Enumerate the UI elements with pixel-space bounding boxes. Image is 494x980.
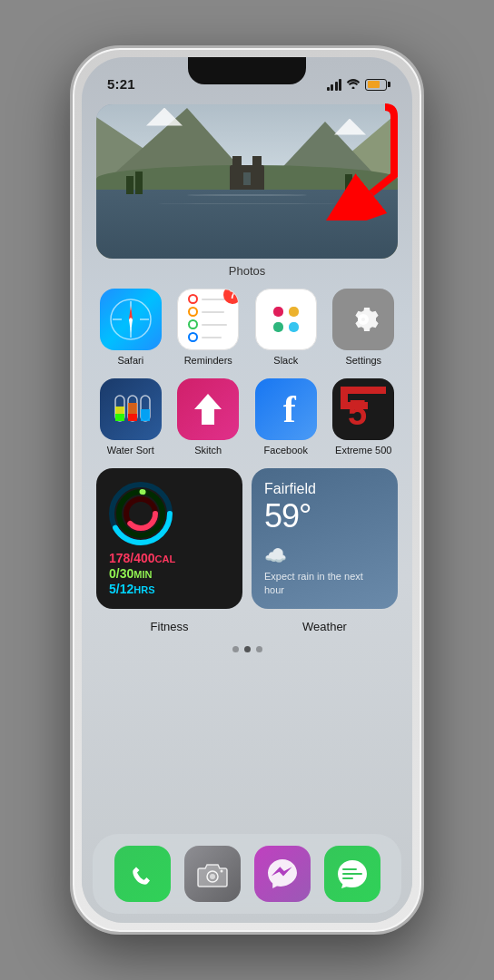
status-time: 5:21 bbox=[107, 76, 135, 92]
page-dot-2[interactable] bbox=[244, 646, 251, 652]
app-slack[interactable]: Slack bbox=[252, 289, 321, 366]
svg-rect-12 bbox=[289, 322, 299, 332]
dock bbox=[93, 834, 401, 914]
weather-widget-label: Weather bbox=[252, 620, 398, 633]
svg-rect-18 bbox=[128, 414, 137, 421]
photos-label: Photos bbox=[96, 264, 398, 278]
main-content: Photos bbox=[82, 97, 412, 923]
skitch-icon bbox=[177, 378, 239, 440]
facebook-label: Facebook bbox=[264, 445, 308, 456]
dock-phone-icon bbox=[114, 846, 171, 902]
signal-bars-icon bbox=[327, 79, 342, 91]
extreme500-label: Extreme 500 bbox=[335, 445, 391, 456]
photos-widget[interactable] bbox=[96, 104, 398, 259]
photos-scene bbox=[96, 104, 398, 259]
app-skitch[interactable]: Skitch bbox=[174, 378, 243, 456]
dock-camera-icon bbox=[184, 846, 241, 902]
svg-point-35 bbox=[220, 870, 222, 873]
reminders-icon: 7 bbox=[177, 289, 239, 350]
svg-marker-21 bbox=[194, 394, 222, 425]
app-extreme500[interactable]: 5 Extreme 500 bbox=[330, 378, 399, 456]
weather-description: Expect rain in the next hour bbox=[264, 570, 385, 596]
app-row-2: Water Sort Skitch f bbox=[96, 378, 398, 456]
weather-cloud-icon: ☁️ bbox=[264, 544, 385, 566]
fitness-minutes: 0/30MIN bbox=[109, 566, 230, 581]
notch bbox=[188, 57, 306, 84]
dock-messages-icon bbox=[324, 846, 380, 902]
weather-temp: 59° bbox=[264, 497, 385, 535]
safari-label: Safari bbox=[117, 355, 143, 366]
widget-labels: Fitness Weather bbox=[96, 620, 398, 633]
widget-row: 178/400CAL 0/30MIN 5/12HRS Fairfield bbox=[96, 468, 398, 609]
fitness-widget-label: Fitness bbox=[96, 620, 242, 633]
phone-screen: 5:21 bbox=[82, 57, 412, 923]
watersort-label: Water Sort bbox=[107, 445, 154, 456]
slack-icon bbox=[255, 289, 317, 350]
svg-rect-9 bbox=[273, 307, 283, 317]
svg-marker-8 bbox=[129, 318, 133, 333]
wifi-icon bbox=[346, 77, 361, 92]
svg-rect-20 bbox=[141, 409, 150, 421]
app-facebook[interactable]: f Facebook bbox=[252, 378, 321, 456]
dock-messenger-icon bbox=[254, 846, 311, 902]
app-settings[interactable]: Settings bbox=[330, 289, 399, 366]
page-dot-3[interactable] bbox=[256, 646, 262, 652]
battery-icon bbox=[365, 79, 387, 91]
extreme500-icon: 5 bbox=[332, 378, 394, 440]
reminders-badge: 7 bbox=[223, 289, 239, 304]
svg-text:5: 5 bbox=[348, 394, 367, 432]
weather-widget[interactable]: Fairfield 59° ☁️ Expect rain in the next… bbox=[252, 468, 398, 609]
safari-icon bbox=[100, 289, 162, 350]
facebook-icon: f bbox=[255, 378, 317, 440]
fitness-widget[interactable]: 178/400CAL 0/30MIN 5/12HRS bbox=[96, 468, 242, 609]
dock-camera[interactable] bbox=[184, 846, 241, 902]
app-safari[interactable]: Safari bbox=[96, 289, 165, 366]
svg-rect-26 bbox=[341, 402, 368, 409]
battery-fill bbox=[368, 81, 380, 88]
fitness-stats: 178/400CAL 0/30MIN 5/12HRS bbox=[109, 551, 230, 596]
status-icons bbox=[327, 77, 388, 92]
svg-point-34 bbox=[210, 874, 215, 879]
settings-icon bbox=[332, 289, 394, 350]
app-row-1: Safari 7 bbox=[96, 289, 398, 366]
dock-phone[interactable] bbox=[114, 846, 171, 902]
skitch-label: Skitch bbox=[194, 445, 222, 456]
fitness-hours: 5/12HRS bbox=[109, 582, 230, 596]
svg-rect-15 bbox=[115, 414, 124, 421]
app-watersort[interactable]: Water Sort bbox=[96, 378, 165, 456]
activity-rings-svg bbox=[109, 482, 173, 545]
dock-messages[interactable] bbox=[324, 846, 380, 902]
svg-rect-11 bbox=[273, 322, 283, 332]
slack-label: Slack bbox=[273, 355, 298, 366]
phone-frame: 5:21 bbox=[70, 45, 424, 935]
fitness-calories: 178/400CAL bbox=[109, 551, 230, 565]
svg-rect-10 bbox=[289, 307, 299, 317]
settings-label: Settings bbox=[345, 355, 381, 366]
dock-messenger[interactable] bbox=[254, 846, 311, 902]
app-reminders[interactable]: 7 bbox=[174, 289, 243, 366]
reminders-label: Reminders bbox=[184, 355, 232, 366]
weather-city: Fairfield bbox=[264, 481, 385, 497]
page-dot-1[interactable] bbox=[232, 646, 239, 652]
page-dots bbox=[96, 646, 398, 652]
watersort-icon bbox=[100, 378, 162, 440]
